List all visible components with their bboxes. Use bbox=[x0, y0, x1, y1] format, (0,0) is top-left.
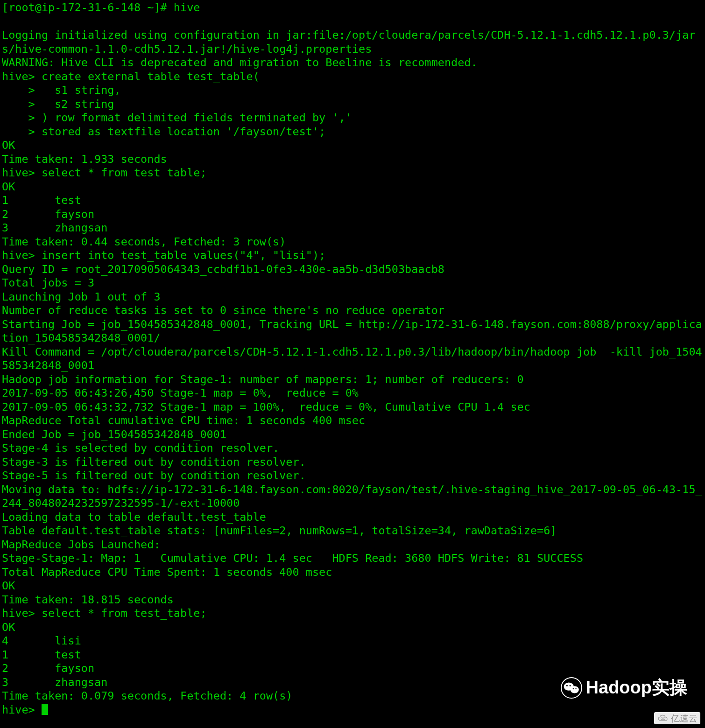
hive-cmd: > s2 string bbox=[2, 98, 114, 111]
log-line: Hadoop job information for Stage-1: numb… bbox=[2, 373, 524, 386]
hive-cmd: > stored as textfile location '/fayson/t… bbox=[2, 125, 325, 138]
watermark-text: Hadoop实操 bbox=[586, 681, 687, 695]
table-row: 2 fayson bbox=[2, 208, 94, 221]
log-line: MapReduce Total cumulative CPU time: 1 s… bbox=[2, 414, 365, 427]
log-line: Moving data to: hdfs://ip-172-31-6-148.f… bbox=[2, 483, 702, 510]
table-row: 2 fayson bbox=[2, 662, 94, 675]
ok-line: OK bbox=[2, 139, 15, 152]
log-line: Number of reduce tasks is set to 0 since… bbox=[2, 304, 444, 317]
watermark-text-2: 亿速云 bbox=[671, 714, 698, 723]
log-line: Logging initialized using configuration … bbox=[2, 28, 696, 56]
log-line: 2017-09-05 06:43:26,450 Stage-1 map = 0%… bbox=[2, 386, 359, 399]
time-line: Time taken: 0.079 seconds, Fetched: 4 ro… bbox=[2, 689, 293, 702]
hive-prompt: hive> bbox=[2, 703, 42, 716]
shell-prompt: [root@ip-172-31-6-148 ~]# hive bbox=[2, 1, 200, 14]
ok-line: OK bbox=[2, 579, 15, 592]
table-row: 1 test bbox=[2, 194, 81, 207]
log-line: MapReduce Jobs Launched: bbox=[2, 538, 161, 551]
log-line: Ended Job = job_1504585342848_0001 bbox=[2, 428, 226, 441]
cursor bbox=[42, 704, 48, 715]
log-line: Stage-5 is filtered out by condition res… bbox=[2, 469, 306, 482]
svg-point-6 bbox=[575, 688, 576, 689]
log-line: Query ID = root_20170905064343_ccbdf1b1-… bbox=[2, 263, 444, 276]
ok-line: OK bbox=[2, 621, 15, 634]
log-line: Stage-Stage-1: Map: 1 Cumulative CPU: 1.… bbox=[2, 552, 583, 565]
svg-point-2 bbox=[570, 686, 578, 693]
log-line: Stage-3 is filtered out by condition res… bbox=[2, 455, 306, 469]
time-line: Time taken: 0.44 seconds, Fetched: 3 row… bbox=[2, 235, 286, 248]
time-line: Time taken: 1.933 seconds bbox=[2, 153, 167, 166]
hive-cmd: hive> select * from test_table; bbox=[2, 166, 207, 179]
log-line: Loading data to table default.test_table bbox=[2, 511, 266, 524]
table-row: 3 zhangsan bbox=[2, 221, 107, 234]
hive-cmd: hive> select * from test_table; bbox=[2, 607, 207, 620]
log-line: Stage-4 is selected by condition resolve… bbox=[2, 441, 279, 455]
hive-cmd: > ) row format delimited fields terminat… bbox=[2, 111, 352, 124]
watermark-wechat: Hadoop实操 bbox=[561, 677, 687, 699]
svg-point-5 bbox=[572, 688, 573, 689]
log-line: Total MapReduce CPU Time Spent: 1 second… bbox=[2, 566, 332, 579]
hive-cmd: hive> create external table test_table( bbox=[2, 70, 260, 83]
log-line: Launching Job 1 out of 3 bbox=[2, 290, 161, 303]
svg-point-4 bbox=[569, 685, 571, 686]
log-line: 2017-09-05 06:43:32,732 Stage-1 map = 10… bbox=[2, 400, 530, 413]
svg-point-8 bbox=[663, 718, 665, 720]
log-line: Table default.test_table stats: [numFile… bbox=[2, 524, 557, 537]
wechat-icon bbox=[561, 677, 582, 699]
log-line: Starting Job = job_1504585342848_0001, T… bbox=[2, 318, 702, 345]
table-row: 1 test bbox=[2, 648, 81, 661]
svg-point-7 bbox=[661, 718, 663, 720]
log-line: Kill Command = /opt/cloudera/parcels/CDH… bbox=[2, 345, 702, 372]
table-row: 4 lisi bbox=[2, 634, 81, 647]
time-line: Time taken: 18.815 seconds bbox=[2, 593, 174, 606]
log-line: Total jobs = 3 bbox=[2, 276, 94, 289]
warning-line: WARNING: Hive CLI is deprecated and migr… bbox=[2, 56, 478, 69]
table-row: 3 zhangsan bbox=[2, 676, 107, 689]
terminal-output[interactable]: [root@ip-172-31-6-148 ~]# hive Logging i… bbox=[0, 0, 705, 728]
hive-cmd: > s1 string, bbox=[2, 84, 121, 97]
cloud-icon bbox=[657, 713, 669, 723]
hive-cmd: hive> insert into test_table values("4",… bbox=[2, 249, 325, 262]
watermark-yisu: 亿速云 bbox=[654, 712, 700, 724]
ok-line: OK bbox=[2, 180, 15, 193]
svg-point-3 bbox=[566, 685, 567, 686]
